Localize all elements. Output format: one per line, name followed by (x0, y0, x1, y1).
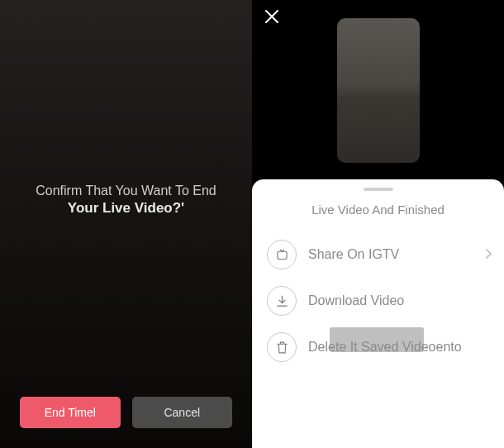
sheet-grabber[interactable] (364, 188, 393, 191)
chevron-right-icon (486, 247, 492, 262)
confirm-button-row: End Timel Cancel (20, 397, 232, 428)
delete-video-label: Delete It Saved Videoento (308, 340, 489, 355)
share-igtv-label: Share On IGTV (308, 247, 489, 262)
download-video-label: Download Video (308, 293, 489, 308)
confirm-message: Confirm That You Want To End Your Live V… (0, 183, 252, 217)
close-icon[interactable] (264, 8, 280, 25)
finished-live-panel: Live Video And Finished Share On IGTV Do… (252, 0, 504, 448)
svg-rect-0 (277, 251, 286, 259)
download-video-row[interactable]: Download Video (252, 278, 504, 324)
sheet-title: Live Video And Finished (252, 203, 504, 217)
end-time-button[interactable]: End Timel (20, 397, 121, 428)
igtv-icon (267, 240, 297, 269)
dim-overlay (0, 0, 252, 448)
confirm-line1: Confirm That You Want To End (0, 183, 252, 198)
end-live-confirm-panel: Confirm That You Want To End Your Live V… (0, 0, 252, 448)
action-sheet: Live Video And Finished Share On IGTV Do… (252, 179, 504, 448)
download-icon (267, 286, 297, 316)
share-igtv-row[interactable]: Share On IGTV (252, 231, 504, 278)
cancel-button[interactable]: Cancel (132, 397, 233, 428)
video-thumbnail (337, 18, 420, 163)
confirm-line2: Your Live Video?' (0, 200, 252, 217)
delete-video-row[interactable]: Delete It Saved Videoento (252, 324, 504, 370)
trash-icon (267, 332, 297, 362)
